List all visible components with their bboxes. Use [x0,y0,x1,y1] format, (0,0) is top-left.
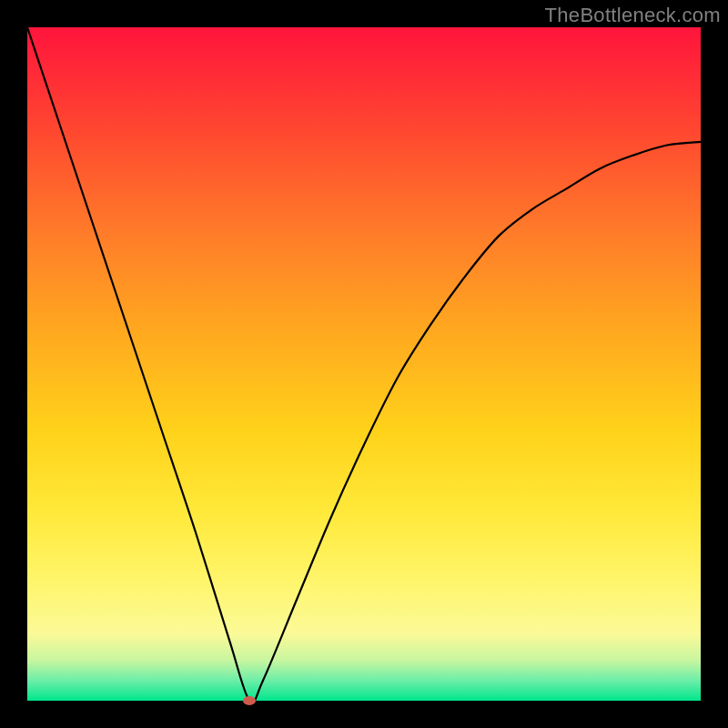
bottleneck-curve [27,27,701,701]
watermark-text: TheBottleneck.com [545,4,721,27]
curve-path [27,27,701,701]
minimum-marker [243,696,256,705]
chart-frame: TheBottleneck.com [0,0,728,728]
plot-area [27,27,701,701]
